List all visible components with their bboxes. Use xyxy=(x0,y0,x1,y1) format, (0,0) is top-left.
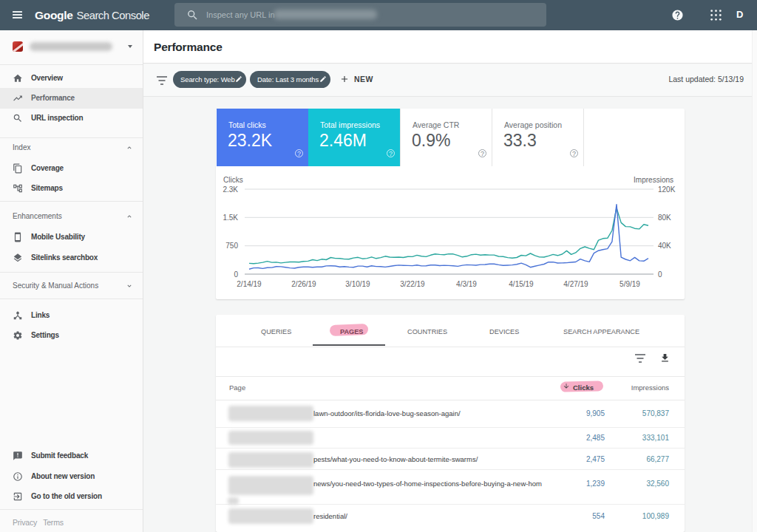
svg-text:2/26/19: 2/26/19 xyxy=(291,280,316,288)
svg-text:0: 0 xyxy=(658,270,662,279)
svg-text:3/10/19: 3/10/19 xyxy=(345,280,370,288)
svg-text:80K: 80K xyxy=(658,214,671,222)
svg-text:0: 0 xyxy=(234,270,238,279)
svg-text:4/15/19: 4/15/19 xyxy=(509,280,534,288)
svg-text:40K: 40K xyxy=(658,242,671,250)
svg-text:1.5K: 1.5K xyxy=(223,214,238,222)
svg-text:750: 750 xyxy=(225,242,238,250)
svg-text:5/9/19: 5/9/19 xyxy=(619,280,640,288)
svg-text:2/14/19: 2/14/19 xyxy=(237,280,262,288)
svg-text:Impressions: Impressions xyxy=(634,176,673,184)
svg-text:3/22/19: 3/22/19 xyxy=(400,280,425,288)
svg-text:4/3/19: 4/3/19 xyxy=(456,280,477,288)
svg-text:4/27/19: 4/27/19 xyxy=(563,280,588,288)
svg-text:Clicks: Clicks xyxy=(223,176,243,184)
svg-text:120K: 120K xyxy=(658,185,676,194)
svg-text:2.3K: 2.3K xyxy=(223,185,238,194)
